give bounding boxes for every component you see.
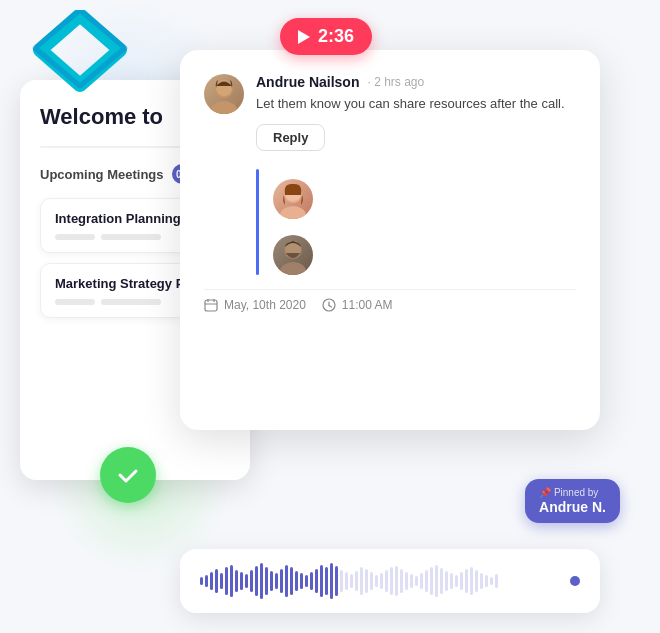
wave-bar	[235, 570, 238, 592]
svg-rect-11	[205, 300, 217, 311]
logo	[30, 10, 140, 120]
date-item: May, 10th 2020	[204, 298, 306, 312]
wave-bar	[435, 565, 438, 597]
pinned-badge: 📌 Pinned by Andrue N.	[525, 479, 620, 523]
wave-bar	[370, 572, 373, 590]
wave-bar	[455, 575, 458, 587]
message-content: Andrue Nailson · 2 hrs ago Let them know…	[256, 74, 576, 151]
wave-bar	[440, 568, 443, 594]
timer-pill[interactable]: 2:36	[280, 18, 372, 55]
waveform	[200, 563, 562, 599]
wave-bar	[480, 573, 483, 589]
avatar-beard	[273, 235, 313, 275]
wave-bar	[270, 571, 273, 591]
wave-bar	[310, 572, 313, 590]
wave-bar	[200, 577, 203, 585]
svg-line-17	[329, 305, 332, 307]
wave-bar	[415, 576, 418, 586]
date-value: May, 10th 2020	[224, 298, 306, 312]
svg-point-6	[280, 206, 306, 219]
avatar-andrue	[204, 74, 244, 114]
vertical-divider	[256, 169, 259, 275]
wave-bar	[315, 569, 318, 593]
wave-bar	[460, 572, 463, 590]
message-header: Andrue Nailson · 2 hrs ago	[256, 74, 576, 90]
wave-bar	[490, 577, 493, 585]
wave-bar	[295, 571, 298, 591]
wave-bar	[300, 573, 303, 589]
wave-bar	[340, 570, 343, 592]
wave-bar	[320, 565, 323, 597]
wave-bar	[405, 572, 408, 590]
wave-bar	[240, 572, 243, 590]
wave-bar	[205, 575, 208, 587]
wave-bar	[395, 566, 398, 596]
sub-message-2	[273, 235, 325, 275]
reply-button[interactable]: Reply	[256, 124, 325, 151]
wave-bar	[305, 575, 308, 587]
wave-bar	[225, 567, 228, 595]
wave-bar	[425, 570, 428, 592]
wave-bar	[420, 573, 423, 589]
wave-bar	[335, 566, 338, 596]
wave-bar	[380, 573, 383, 589]
meta-bar	[101, 234, 161, 240]
pin-icon: 📌	[539, 487, 551, 498]
wave-bar	[365, 569, 368, 593]
wave-bar	[385, 570, 388, 592]
wave-bar	[495, 574, 498, 588]
wave-bar	[255, 566, 258, 596]
wave-bar	[350, 574, 353, 588]
wave-bar	[470, 567, 473, 595]
wave-bar	[400, 569, 403, 593]
wave-bar	[230, 565, 233, 597]
main-message: Andrue Nailson · 2 hrs ago Let them know…	[204, 74, 576, 151]
wave-bar	[275, 573, 278, 589]
svg-marker-0	[40, 15, 120, 85]
wave-bar	[220, 573, 223, 589]
wave-bar	[245, 574, 248, 588]
wave-bar	[210, 572, 213, 590]
wave-bar	[390, 567, 393, 595]
wave-bar	[290, 567, 293, 595]
wave-bar	[325, 567, 328, 595]
meta-bar	[101, 299, 161, 305]
wave-bar	[430, 567, 433, 595]
sub-messages	[273, 179, 325, 275]
wave-bar	[265, 567, 268, 595]
wave-bar	[485, 575, 488, 587]
wave-bar	[375, 575, 378, 587]
wave-bar	[445, 571, 448, 591]
time-value: 11:00 AM	[342, 298, 393, 312]
wave-bar	[345, 572, 348, 590]
meta-bar	[55, 234, 95, 240]
meta-bar	[55, 299, 95, 305]
playhead	[570, 576, 580, 586]
audio-card[interactable]	[180, 549, 600, 613]
wave-bar	[475, 570, 478, 592]
upcoming-label: Upcoming Meetings	[40, 167, 164, 182]
right-card: Andrue Nailson · 2 hrs ago Let them know…	[180, 50, 600, 430]
sub-message-1	[273, 179, 325, 219]
wave-bar	[260, 563, 263, 599]
wave-bar	[250, 570, 253, 592]
wave-bar	[355, 571, 358, 591]
check-circle	[100, 447, 156, 503]
wave-bar	[285, 565, 288, 597]
sub-messages-container	[256, 169, 576, 275]
time-ago: · 2 hrs ago	[367, 75, 424, 89]
author-name: Andrue Nailson	[256, 74, 359, 90]
calendar-icon	[204, 298, 218, 312]
wave-bar	[330, 563, 333, 599]
svg-point-9	[280, 262, 306, 275]
wave-bar	[465, 569, 468, 593]
play-icon	[298, 30, 310, 44]
datetime-row: May, 10th 2020 11:00 AM	[204, 289, 576, 320]
wave-bar	[360, 567, 363, 595]
wave-bar	[410, 574, 413, 588]
time-item: 11:00 AM	[322, 298, 393, 312]
wave-bar	[280, 569, 283, 593]
svg-point-3	[211, 101, 237, 114]
pinned-author: Andrue N.	[539, 499, 606, 515]
clock-icon	[322, 298, 336, 312]
